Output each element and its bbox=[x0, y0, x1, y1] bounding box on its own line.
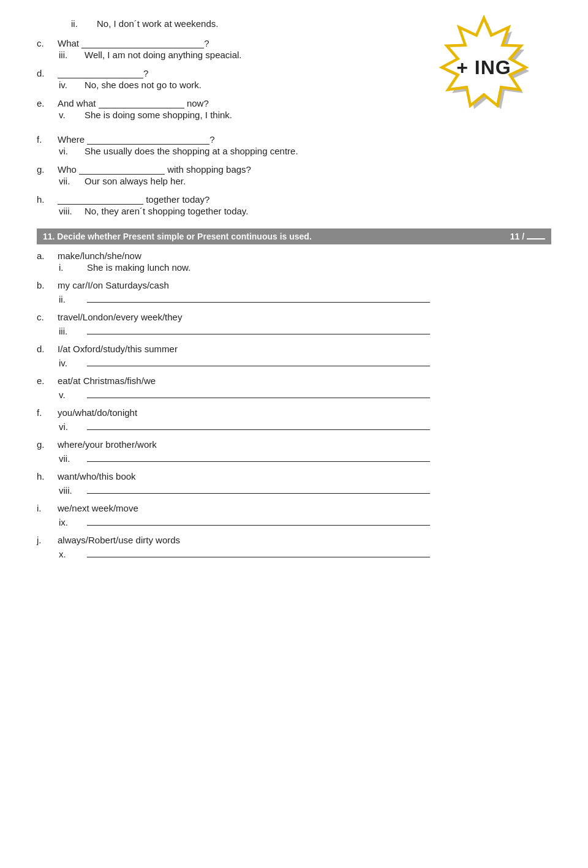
section11-score: 11 / bbox=[510, 232, 545, 241]
blank-h bbox=[58, 194, 143, 205]
s11-question-f: you/what/do/tonight bbox=[58, 407, 137, 418]
section11-list: a. make/lunch/she/now i. She is making l… bbox=[37, 251, 551, 563]
question-text-d: ? bbox=[58, 67, 148, 78]
question-text-h: together today? bbox=[58, 194, 209, 205]
s11-item-i: i. we/next week/move ix. bbox=[37, 503, 551, 531]
answer-text-vi: She usually does the shopping at a shopp… bbox=[85, 146, 298, 156]
s11-question-e: eat/at Christmas/fish/we bbox=[58, 376, 156, 386]
exercise-item-d: d. ? iv. No, she does not go to work. bbox=[37, 67, 417, 95]
s11-question-b: my car/I/on Saturdays/cash bbox=[58, 280, 169, 290]
answer-text-iii: Well, I am not doing anything speacial. bbox=[85, 50, 242, 60]
s11-ans-blank-f bbox=[87, 419, 430, 430]
s11-label-c: c. bbox=[37, 312, 54, 322]
s11-label-b: b. bbox=[37, 280, 54, 290]
s11-question-j: always/Robert/use dirty words bbox=[58, 535, 180, 545]
s11-ans-label-g: vii. bbox=[59, 453, 83, 464]
s11-question-c: travel/London/every week/they bbox=[58, 312, 182, 322]
starburst-badge: + ING bbox=[417, 12, 551, 123]
s11-label-h: h. bbox=[37, 471, 54, 481]
answer-text-viii: No, they aren´t shopping together today. bbox=[85, 206, 248, 216]
s11-ans-label-h: viii. bbox=[59, 485, 83, 496]
item-label-c: c. bbox=[37, 38, 54, 48]
s11-item-g: g. where/your brother/work vii. bbox=[37, 439, 551, 467]
s11-item-h: h. want/who/this book viii. bbox=[37, 471, 551, 499]
answer-label-v: v. bbox=[59, 110, 81, 120]
s11-question-g: where/your brother/work bbox=[58, 439, 157, 450]
s11-question-d: I/at Oxford/study/this summer bbox=[58, 344, 178, 354]
answer-text-ii: No, I don´t work at weekends. bbox=[97, 18, 218, 29]
item-label-e: e. bbox=[37, 98, 54, 108]
s11-label-d: d. bbox=[37, 344, 54, 354]
s11-item-b: b. my car/I/on Saturdays/cash ii. bbox=[37, 280, 551, 308]
s11-ans-blank-d bbox=[87, 355, 430, 366]
answer-text-v: She is doing some shopping, I think. bbox=[85, 110, 232, 120]
s11-item-d: d. I/at Oxford/study/this summer iv. bbox=[37, 344, 551, 372]
item-label-h: h. bbox=[37, 194, 54, 205]
s11-ans-text-a: She is making lunch now. bbox=[87, 262, 190, 273]
s11-label-g: g. bbox=[37, 439, 54, 450]
answer-label-iv: iv. bbox=[59, 80, 81, 90]
exercise-item-c: c. What ? iii. Well, I am not doing anyt… bbox=[37, 37, 417, 65]
answer-label-vi: vi. bbox=[59, 146, 81, 156]
s11-question-h: want/who/this book bbox=[58, 471, 136, 481]
exercise-item-h: h. together today? viii. No, they aren´t… bbox=[37, 194, 551, 221]
s11-question-a: make/lunch/she/now bbox=[58, 251, 141, 261]
s11-ans-label-j: x. bbox=[59, 549, 83, 559]
answer-label-iii: iii. bbox=[59, 50, 81, 60]
answer-label-ii: ii. bbox=[71, 18, 93, 29]
s11-label-f: f. bbox=[37, 407, 54, 418]
question-text-g: Who with shopping bags? bbox=[58, 164, 251, 175]
item-label-d: d. bbox=[37, 68, 54, 78]
exercise-item-f: f. Where ? vi. She usually does the shop… bbox=[37, 134, 551, 161]
blank-e bbox=[99, 97, 184, 108]
exercise-item-e: e. And what now? v. She is doing some sh… bbox=[37, 97, 417, 125]
s11-label-i: i. bbox=[37, 503, 54, 513]
blank-d bbox=[58, 67, 143, 78]
s11-ans-label-b: ii. bbox=[59, 294, 83, 304]
s11-ans-blank-c bbox=[87, 323, 430, 334]
blank-f bbox=[87, 134, 209, 145]
s11-item-j: j. always/Robert/use dirty words x. bbox=[37, 535, 551, 563]
item-label-f: f. bbox=[37, 134, 54, 145]
s11-ans-label-c: iii. bbox=[59, 326, 83, 336]
answer-label-viii: viii. bbox=[59, 206, 81, 216]
s11-item-e: e. eat/at Christmas/fish/we v. bbox=[37, 376, 551, 404]
s11-item-a: a. make/lunch/she/now i. She is making l… bbox=[37, 251, 551, 276]
section11-title: 11. Decide whether Present simple or Pre… bbox=[43, 232, 312, 241]
s11-ans-label-e: v. bbox=[59, 390, 83, 400]
s11-ans-blank-g bbox=[87, 451, 430, 462]
s11-ans-label-a: i. bbox=[59, 262, 83, 273]
s11-question-i: we/next week/move bbox=[58, 503, 138, 513]
s11-ans-blank-h bbox=[87, 483, 430, 494]
section11-header: 11. Decide whether Present simple or Pre… bbox=[37, 228, 551, 244]
answer-text-vii: Our son always help her. bbox=[85, 176, 186, 186]
s11-item-c: c. travel/London/every week/they iii. bbox=[37, 312, 551, 340]
exercise-item-g: g. Who with shopping bags? vii. Our son … bbox=[37, 164, 551, 191]
blank-g bbox=[79, 164, 165, 175]
s11-ans-label-f: vi. bbox=[59, 421, 83, 432]
item-label-g: g. bbox=[37, 164, 54, 175]
answer-text-iv: No, she does not go to work. bbox=[85, 80, 202, 90]
question-text-e: And what now? bbox=[58, 97, 209, 108]
s11-ans-blank-e bbox=[87, 387, 430, 398]
s11-ans-blank-i bbox=[87, 515, 430, 526]
answer-label-vii: vii. bbox=[59, 176, 81, 186]
s11-item-f: f. you/what/do/tonight vi. bbox=[37, 407, 551, 436]
s11-ans-blank-b bbox=[87, 292, 430, 303]
s11-label-a: a. bbox=[37, 251, 54, 261]
s11-label-j: j. bbox=[37, 535, 54, 545]
s11-ans-blank-j bbox=[87, 546, 430, 557]
s11-ans-label-d: iv. bbox=[59, 358, 83, 368]
badge-text: + ING bbox=[456, 56, 511, 79]
s11-ans-label-i: ix. bbox=[59, 517, 83, 527]
question-text-c: What ? bbox=[58, 37, 209, 48]
question-text-f: Where ? bbox=[58, 134, 215, 145]
blank-c bbox=[81, 37, 204, 48]
s11-label-e: e. bbox=[37, 376, 54, 386]
